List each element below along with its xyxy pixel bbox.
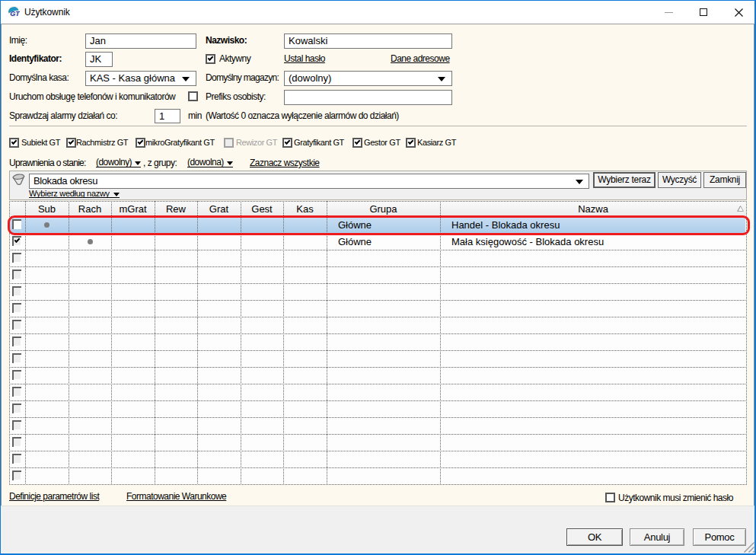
svg-text:GT: GT	[10, 10, 20, 18]
